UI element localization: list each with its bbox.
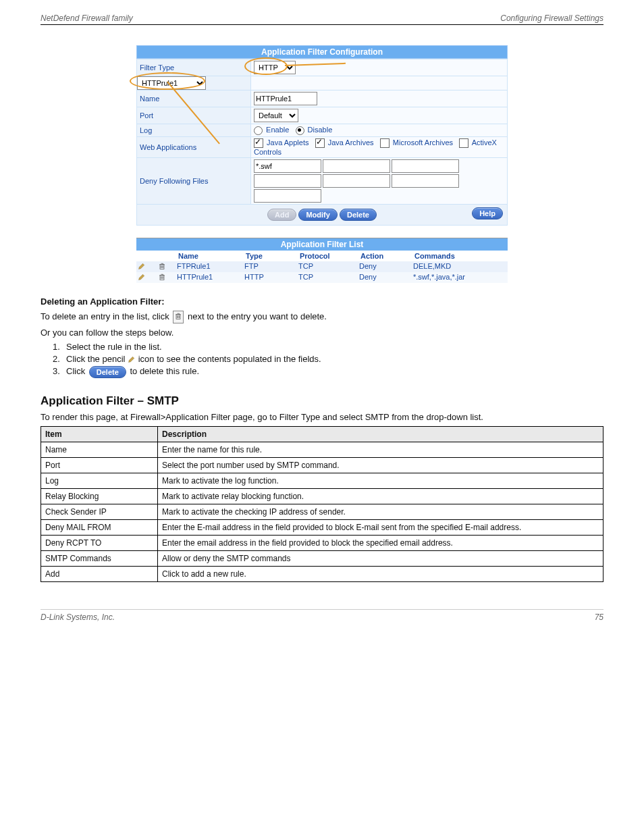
port-label: Port [137,107,251,124]
flt-item: Deny MAIL FROM [41,519,158,535]
filter-type-label: Filter Type [137,59,251,76]
flt-item: Name [41,442,158,457]
section-heading-smtp: Application Filter – SMTP [41,394,603,408]
ms-archives-checkbox[interactable] [380,138,390,148]
java-applets-checkbox[interactable] [254,138,263,148]
deny-file-input-2[interactable] [323,159,390,173]
edit-icon[interactable] [138,262,146,270]
app-filter-list: Application Filter List Name Type Protoc… [136,238,508,283]
th-desc: Description [158,426,603,442]
flt-item: Log [41,473,158,488]
flt-item: Add [41,566,158,581]
name-label: Name [137,90,251,107]
filter-type-select[interactable]: HTTP [254,61,296,74]
flt-item: Port [41,457,158,473]
webapps-label: Web Applications [137,136,251,157]
deny-file-input-3[interactable] [392,159,459,173]
flt-desc: Enter the name for this rule. [158,442,603,457]
rule-selector[interactable]: HTTPrule1 [137,76,206,90]
port-select[interactable]: Default [254,109,298,122]
list-title: Application Filter List [136,238,508,251]
java-archives-label: Java Archives [328,138,374,147]
delete-button[interactable]: Delete [340,209,377,221]
add-button[interactable]: Add [267,209,296,221]
deny-files-label: Deny Following Files [137,157,251,204]
cell-protocol: TCP [298,262,359,271]
delete-text-b: next to the entry you want to delete. [188,311,327,321]
flt-desc: Click to add a new rule. [158,566,603,581]
log-label: Log [137,124,251,137]
flt-desc: Mark to activate relay blocking function… [158,488,603,504]
flt-item: SMTP Commands [41,550,158,566]
step-3b: to delete this rule. [130,366,199,376]
java-archives-checkbox[interactable] [315,138,325,148]
cell-type: HTTP [244,273,298,282]
deny-file-input-6[interactable] [392,174,459,188]
th-item: Item [41,426,158,442]
cell-commands: DELE,MKD [413,262,508,271]
deny-file-input-7[interactable] [254,189,321,203]
flt-item: Deny RCPT TO [41,535,158,550]
help-button[interactable]: Help [472,207,503,219]
deny-file-input-5[interactable] [323,174,390,188]
deny-file-input-4[interactable] [254,174,321,188]
flt-desc: Enter the E-mail address in the field pr… [158,519,603,535]
cell-action: Deny [359,273,413,282]
config-title: Application Filter Configuration [136,45,508,59]
log-disable-radio[interactable] [296,126,304,135]
step-1: Select the rule in the list. [66,342,162,352]
java-applets-label: Java Applets [267,138,308,147]
delete-text-a: To delete an entry in the list, click [41,311,171,321]
col-commands: Commands [413,252,508,260]
doc-title-left: NetDefend Firewall family [41,14,133,23]
flt-item: Relay Blocking [41,488,158,504]
step-3a: Click [66,366,88,376]
flt-desc: Enter the email address in the field pro… [158,535,603,550]
ms-archives-label: Microsoft Archives [393,138,453,147]
col-name: Name [177,252,244,260]
doc-title-right: Configuring Firewall Settings [500,14,603,23]
log-disable-label: Disable [308,126,333,134]
cell-name: FTPRule1 [177,262,244,271]
delete-text-2: Or you can follow the steps below. [41,328,603,338]
step-2b: icon to see the contents populated in th… [138,354,321,364]
edit-icon[interactable] [138,273,146,281]
flt-item: Check Sender IP [41,504,158,519]
table-row: FTPRule1 FTP TCP Deny DELE,MKD [136,261,508,272]
smtp-intro: To render this page, at Firewall>Applica… [41,412,603,422]
trash-icon [173,311,184,323]
step-2a: Click the pencil [66,354,128,364]
pencil-icon [128,355,136,363]
flt-desc: Mark to activate the checking IP address… [158,504,603,519]
footer-left: D-Link Systems, Inc. [41,613,115,622]
page-number: 75 [595,613,603,622]
app-filter-config: Application Filter Configuration Filter … [136,45,508,226]
deleting-filter-heading: Deleting an Application Filter: [41,296,165,307]
flt-desc: Allow or deny the SMTP commands [158,550,603,566]
log-enable-radio[interactable] [254,126,263,135]
col-type: Type [244,252,298,260]
col-protocol: Protocol [298,252,359,260]
trash-icon[interactable] [158,273,166,281]
flt-desc: Mark to activate the log function. [158,473,603,488]
cell-action: Deny [359,262,413,271]
modify-button[interactable]: Modify [298,209,337,221]
delete-button-inline: Delete [89,366,126,378]
activex-checkbox[interactable] [459,138,468,148]
col-action: Action [359,252,413,260]
log-enable-label: Enable [266,126,289,134]
table-row: HTTPrule1 HTTP TCP Deny *.swf,*.java,*.j… [136,272,508,283]
smtp-description-table: Item Description NameEnter the name for … [41,426,603,582]
cell-commands: *.swf,*.java,*.jar [413,273,508,282]
deny-file-input-1[interactable] [254,159,321,173]
flt-desc: Select the port number used by SMTP comm… [158,457,603,473]
trash-icon[interactable] [158,262,166,270]
cell-name: HTTPrule1 [177,273,244,282]
name-input[interactable] [254,92,317,105]
cell-protocol: TCP [298,273,359,282]
cell-type: FTP [244,262,298,271]
